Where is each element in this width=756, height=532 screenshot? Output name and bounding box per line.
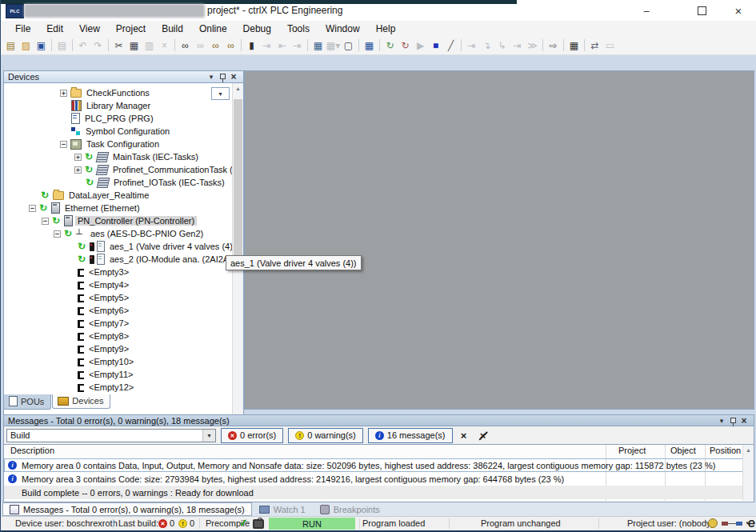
menu-online[interactable]: Online: [191, 22, 235, 35]
tree-item-profinet-iotask-iec-tasks[interactable]: ↻Profinet_IOTask (IEC-Tasks): [4, 176, 234, 189]
redo-icon[interactable]: ↷: [90, 38, 106, 53]
incremental-search-icon[interactable]: ∞: [193, 38, 208, 53]
tree-item-empty5[interactable]: <Empty5>: [4, 291, 234, 304]
delete-all-messages-icon[interactable]: ×: [475, 428, 491, 443]
bottom-tab-breakpoints[interactable]: Breakpoints: [313, 502, 387, 516]
tree-item-empty4[interactable]: <Empty4>: [4, 278, 234, 291]
message-row[interactable]: Memory area 3 contains Code: size: 27939…: [4, 472, 744, 486]
clear-bookmarks-icon[interactable]: ⇥: [290, 38, 305, 53]
copy-objects-icon[interactable]: ▭: [602, 38, 618, 53]
paste-icon[interactable]: ▥: [142, 38, 157, 53]
delete-icon[interactable]: ×: [157, 38, 172, 53]
collapse-icon[interactable]: −: [54, 230, 61, 238]
devices-dropdown-icon[interactable]: ▾: [206, 73, 217, 81]
column-header-object[interactable]: Object: [670, 446, 696, 455]
collapse-icon[interactable]: −: [42, 218, 49, 225]
tree-item-datalayer-realtime[interactable]: ↻DataLayer_Realtime: [4, 189, 234, 202]
messages-dropdown-icon[interactable]: ▾: [716, 417, 727, 425]
export-icon[interactable]: ▦: [310, 38, 326, 53]
message-row[interactable]: Memory area 0 contains Data, Input, Outp…: [4, 458, 744, 472]
tree-item-empty11[interactable]: <Empty11>: [4, 368, 234, 381]
menu-edit[interactable]: Edit: [38, 22, 71, 35]
tab-devices[interactable]: Devices: [52, 394, 110, 409]
undo-icon[interactable]: ↶: [75, 38, 90, 53]
copy-icon[interactable]: ▦: [126, 38, 142, 53]
build-icon[interactable]: ▦: [362, 38, 377, 53]
tree-item-symbol-configuration[interactable]: Symbol Configuration: [4, 125, 234, 138]
close-button[interactable]: ×: [720, 0, 756, 21]
menu-project[interactable]: Project: [108, 22, 154, 35]
tree-item-checkfunctions[interactable]: +CheckFunctions: [4, 86, 234, 99]
view-dropdown-icon[interactable]: ▦▾: [326, 38, 341, 53]
goto-icon[interactable]: ⇨: [546, 38, 561, 53]
tree-item-aes-aes-d-bc-pnio-gen2[interactable]: −↻┴aes (AES-D-BC-PNIO Gen2): [4, 227, 234, 240]
tree-item-empty6[interactable]: <Empty6>: [4, 304, 234, 317]
start-icon[interactable]: ▶: [413, 38, 428, 53]
filter-0-error-s-button[interactable]: 0 error(s): [221, 428, 283, 443]
tree-item-maintask-iec-tasks[interactable]: +↻MainTask (IEC-Tasks): [4, 150, 234, 163]
tree-item-empty3[interactable]: <Empty3>: [4, 266, 234, 278]
tree-item-task-configuration[interactable]: −Task Configuration: [4, 138, 234, 150]
tree-item-empty8[interactable]: <Empty8>: [4, 330, 234, 342]
write-values-icon[interactable]: ⇄: [587, 38, 602, 53]
filter-16-message-s-button[interactable]: 16 message(s): [368, 428, 453, 443]
menu-tools[interactable]: Tools: [279, 22, 318, 35]
run-to-cursor-icon[interactable]: ⇥: [510, 38, 525, 53]
force-values-icon[interactable]: ▦: [566, 38, 582, 53]
bottom-tab-watch-watch-1[interactable]: Watch 1: [252, 502, 313, 516]
find-replace-icon[interactable]: ∞: [208, 38, 223, 53]
menu-window[interactable]: Window: [318, 22, 368, 35]
menu-help[interactable]: Help: [368, 22, 404, 35]
single-cycle-icon[interactable]: ╱: [443, 38, 458, 53]
tree-item-empty10[interactable]: <Empty10>: [4, 355, 234, 368]
next-bookmark-icon[interactable]: ⇥: [259, 38, 274, 53]
tree-item-plc-prg-prg[interactable]: PLC_PRG (PRG): [4, 112, 234, 125]
step-out-icon[interactable]: ↳: [494, 38, 510, 53]
collapse-icon[interactable]: −: [29, 205, 36, 212]
clear-messages-icon[interactable]: ×: [456, 428, 472, 443]
new-project-icon[interactable]: ▤: [3, 38, 18, 53]
login-icon[interactable]: ↻: [382, 38, 398, 53]
minimize-button[interactable]: –: [628, 0, 665, 21]
search-all-icon[interactable]: ∞: [223, 38, 238, 53]
menu-debug[interactable]: Debug: [235, 22, 279, 35]
column-header-position[interactable]: Position: [710, 446, 741, 455]
tree-item-aes-1-valve-driver-4-valves-4[interactable]: ↻aes_1 (Valve driver 4 valves (4)): [4, 240, 234, 253]
expand-icon[interactable]: +: [74, 166, 82, 174]
previous-bookmark-icon[interactable]: ⇤: [274, 38, 290, 53]
tree-item-empty7[interactable]: <Empty7>: [4, 317, 234, 330]
print-icon[interactable]: ▤: [54, 38, 70, 53]
find-icon[interactable]: ∞: [178, 38, 193, 53]
column-header-description[interactable]: Description: [10, 446, 54, 455]
maximize-button[interactable]: [683, 0, 720, 21]
bookmark-icon[interactable]: ▮: [244, 38, 259, 53]
tree-item-empty12[interactable]: <Empty12>: [4, 381, 234, 394]
stop-icon[interactable]: ■: [428, 38, 443, 53]
step-over-icon[interactable]: ⇥: [464, 38, 479, 53]
scroll-up-icon[interactable]: ▲: [743, 445, 754, 455]
tab-pous[interactable]: POUs: [3, 394, 51, 410]
messages-scrollbar[interactable]: ▲: [742, 445, 754, 501]
collapse-icon[interactable]: −: [60, 141, 67, 148]
menu-build[interactable]: Build: [154, 22, 191, 35]
message-category-combo[interactable]: Build ▾: [6, 429, 216, 442]
message-row[interactable]: Build complete -- 0 errors, 0 warnings :…: [4, 486, 744, 499]
tree-item-library-manager[interactable]: Library Manager: [4, 99, 234, 112]
column-header-project[interactable]: Project: [618, 446, 646, 455]
tree-item-pn-controller-pn-controller[interactable]: −↻PN_Controller (PN-Controller): [4, 214, 234, 227]
cut-icon[interactable]: ✂: [111, 38, 126, 53]
new-window-icon[interactable]: ▢: [341, 38, 356, 53]
tree-item-profinet-communicationtask-iec-tasks[interactable]: +↻Profinet_CommunicationTask (IEC-Tasks): [4, 163, 234, 176]
messages-pin-icon[interactable]: [727, 417, 738, 425]
combo-dropdown-icon[interactable]: ▾: [202, 430, 215, 442]
menu-view[interactable]: View: [71, 22, 108, 35]
messages-close-icon[interactable]: ×: [738, 415, 750, 426]
logout-icon[interactable]: ↻: [398, 38, 413, 53]
menu-file[interactable]: File: [7, 22, 38, 35]
bottom-tab-messages[interactable]: Messages - Total 0 error(s), 0 warning(s…: [2, 502, 252, 516]
filter-0-warning-s-button[interactable]: 0 warning(s): [288, 428, 363, 443]
expand-icon[interactable]: +: [60, 90, 67, 97]
show-flow-icon[interactable]: ≫: [525, 38, 540, 53]
tree-item-empty9[interactable]: <Empty9>: [4, 342, 234, 355]
tree-item-aes-2-io-module-ana-2ai2ao2m[interactable]: ↻aes_2 (IO-Module ana. (2AI2AO2M: [4, 253, 234, 266]
